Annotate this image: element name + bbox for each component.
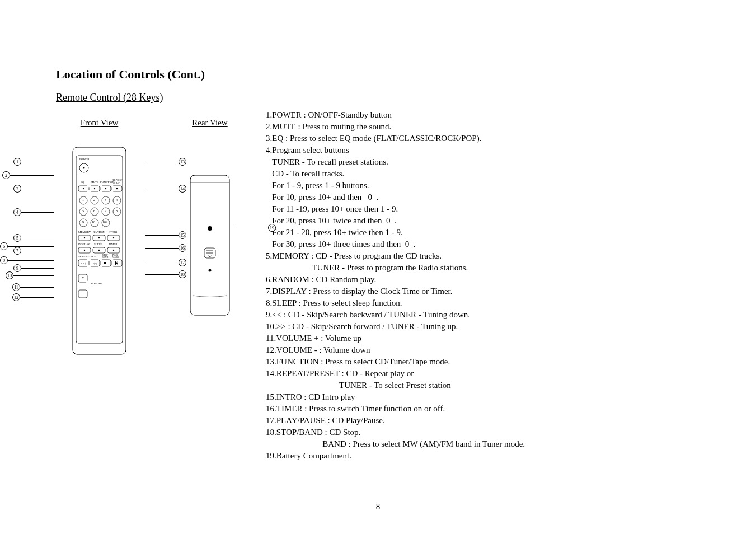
mute-label: MUTE (91, 181, 98, 184)
rear-view-label: Rear View (192, 118, 227, 128)
n3: 3 (105, 198, 106, 202)
section-subtitle: Remote Control (28 Keys) (56, 92, 700, 104)
memory-label: MEMORY (78, 231, 91, 233)
svg-point-9 (105, 188, 106, 189)
random-label: RANDOM (93, 231, 105, 233)
desc-line: For 10, press 10+ and then 0 . (266, 191, 525, 203)
desc-line: For 1 - 9, press 1 - 9 buttons. (266, 180, 525, 191)
desc-line: For 30, press 10+ three times and then 0… (266, 238, 525, 250)
n1: 1 (82, 198, 84, 202)
callout-1: 1 (13, 158, 54, 166)
desc-line: 15.INTRO : CD Intro play (266, 391, 525, 403)
n7: 7 (105, 209, 106, 213)
desc-line: BAND : Press to select MW (AM)/FM band i… (266, 438, 525, 450)
callout-18: 18 (145, 270, 186, 278)
svg-point-7 (94, 188, 95, 189)
intro-label: INTRO (109, 231, 117, 233)
desc-line: 3.EQ : Press to select EQ mode (FLAT/CLA… (266, 133, 525, 144)
desc-line: 11.VOLUME + : Volume up (266, 332, 525, 344)
svg-point-34 (113, 250, 114, 251)
svg-rect-39 (104, 262, 106, 264)
volume-label: VOLUME (91, 282, 102, 285)
desc-line: 9.<< : CD - Skip/Search backward / TUNER… (266, 309, 525, 321)
desc-line: 18.STOP/BAND : CD Stop. (266, 427, 525, 438)
n10p: 10+ (102, 221, 107, 224)
svg-point-28 (113, 237, 114, 238)
callout-5: 5 (13, 234, 54, 242)
page-number: 8 (376, 502, 381, 512)
vol-plus: + (82, 275, 84, 280)
desc-line: 19.Battery Compartment. (266, 450, 525, 462)
n8: 8 (116, 209, 118, 213)
desc-line: 17.PLAY/PAUSE : CD Play/Pause. (266, 415, 525, 427)
remote-rear-icon (187, 172, 232, 318)
skipsearch-label: SKIP/SEARCH (78, 255, 96, 258)
desc-line: 1.POWER : ON/OFF-Standby button (266, 109, 525, 121)
callout-10: 10 (6, 271, 54, 279)
svg-point-3 (83, 167, 85, 169)
page-title: Location of Controls (Cont.) (56, 67, 700, 82)
callout-17: 17 (145, 259, 186, 266)
front-view-label: Front View (81, 118, 119, 128)
timer-label: TIMER (109, 243, 118, 246)
descriptions-list: 1.POWER : ON/OFF-Standby button 2.MUTE :… (266, 109, 525, 462)
desc-line: 14.REPEAT/PRESET : CD - Repeat play or (266, 368, 525, 380)
n10: 10 (92, 221, 95, 224)
n2: 2 (93, 198, 95, 202)
rear-view-diagram: 19 (187, 172, 232, 318)
svg-point-5 (83, 188, 84, 189)
n6: 6 (93, 209, 95, 213)
desc-line: 16.TIMER : Press to switch Timer functio… (266, 403, 525, 415)
svg-point-44 (208, 226, 212, 231)
stopband-label: STOP BAND (102, 254, 108, 259)
callout-13: 13 (145, 158, 186, 166)
n4: 4 (116, 198, 118, 202)
desc-line: TUNER - To select Preset station (266, 380, 525, 391)
desc-line: 10.>> : CD - Skip/Search forward / TUNER… (266, 321, 525, 332)
svg-point-24 (84, 237, 85, 238)
playpause-label: PLAY PAUSE (112, 254, 119, 259)
eq-label: EQ (81, 181, 84, 184)
sleep-label: SLEEP (94, 243, 102, 246)
svg-point-26 (98, 237, 100, 238)
skip-fwd-symbol: ▷▷| (92, 261, 97, 265)
desc-line: TUNER - Press to program the Radio stati… (266, 262, 525, 274)
callout-2: 2 (2, 171, 54, 179)
vol-minus: - (82, 291, 83, 295)
callout-14: 14 (145, 185, 186, 193)
svg-point-32 (98, 250, 100, 251)
callout-15: 15 (145, 231, 186, 239)
diagrams-area: Front View (56, 118, 232, 357)
desc-line: 8.SLEEP : Press to select sleep function… (266, 297, 525, 309)
callout-3: 3 (13, 185, 54, 193)
callout-16: 16 (145, 244, 186, 252)
desc-line: 6.RANDOM : CD Random play. (266, 274, 525, 285)
callout-8: 8 (0, 256, 54, 264)
desc-line: For 21 - 20, press 10+ twice then 1 - 9. (266, 227, 525, 238)
n5: 5 (82, 209, 84, 213)
desc-line: 12.VOLUME - : Volume down (266, 344, 525, 356)
desc-line: For 20, press 10+ twice and then 0 . (266, 215, 525, 227)
desc-line: TUNER - To recall preset stations. (266, 156, 525, 168)
front-view-diagram: POWER EQ MUTE FUNCTION REPEAT M UP 1 2 3… (56, 144, 143, 357)
callout-19: 19 (234, 224, 276, 232)
power-label: POWER (79, 158, 90, 161)
svg-point-11 (116, 188, 118, 189)
svg-point-48 (209, 269, 212, 272)
desc-line: For 11 -19, press 10+ once then 1 - 9. (266, 203, 525, 215)
svg-point-30 (84, 250, 85, 251)
desc-line: CD - To recall tracks. (266, 168, 525, 180)
remote-front-icon (56, 144, 143, 357)
mup-label: M UP (113, 181, 120, 184)
desc-line: 13.FUNCTION : Press to select CD/Tuner/T… (266, 356, 525, 368)
skip-back-symbol: |◁◁ (81, 261, 86, 265)
desc-line: 7.DISPLAY : Press to display the Clock T… (266, 285, 525, 297)
desc-line: 4.Program select buttons (266, 144, 525, 156)
callout-11: 11 (12, 283, 54, 291)
callout-12: 12 (12, 293, 54, 301)
n9: 9 (82, 221, 84, 224)
svg-rect-42 (190, 175, 229, 315)
display-label: DISPLAY (78, 243, 90, 246)
callout-7: 7 (13, 247, 54, 255)
desc-line: 2.MUTE : Press to muting the sound. (266, 121, 525, 133)
